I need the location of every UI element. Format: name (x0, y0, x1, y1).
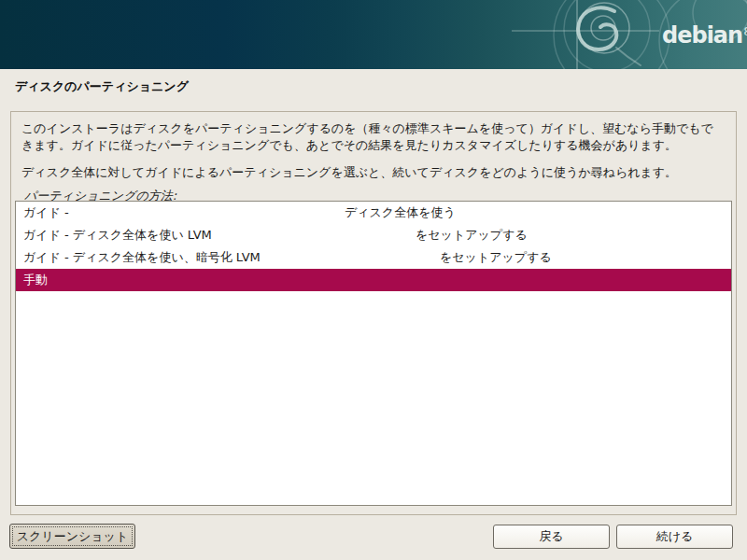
content-frame: このインストーラはディスクをパーティショニングするのを（種々の標準スキームを使っ… (10, 111, 737, 515)
debian-swirl-artwork (0, 0, 747, 69)
back-button[interactable]: 戻る (493, 525, 610, 549)
brand-version: 8 (743, 24, 747, 38)
debian-installer-window: { "banner": { "brand": "debian", "versio… (0, 0, 747, 560)
list-item-label-center: をセットアップする (212, 227, 731, 244)
screenshot-button[interactable]: スクリーンショット (9, 524, 135, 549)
list-item-label-center: をセットアップする (261, 249, 731, 266)
brand-name: debian (662, 22, 742, 49)
screenshot-button-label: スクリーンショット (17, 529, 128, 543)
intro-paragraph: このインストーラはディスクをパーティショニングするのを（種々の標準スキームを使っ… (21, 120, 726, 154)
continue-button[interactable]: 続ける (616, 525, 733, 549)
list-item-label-center: ディスク全体を使う (69, 204, 731, 221)
banner: debian8 (0, 0, 747, 69)
list-item-manual[interactable]: 手動 (16, 269, 731, 291)
list-item-label: ガイド - (23, 204, 69, 221)
list-item-guided-encrypted-lvm[interactable]: ガイド - ディスク全体を使い、暗号化 LVM をセットアップする (16, 246, 731, 269)
list-item-guided-lvm[interactable]: ガイド - ディスク全体を使い LVM をセットアップする (16, 224, 731, 246)
page-title: ディスクのパーティショニング (15, 78, 189, 95)
list-item-label: 手動 (23, 272, 48, 288)
list-item-label: ガイド - ディスク全体を使い、暗号化 LVM (23, 249, 261, 266)
list-item-guided-whole-disk[interactable]: ガイド - ディスク全体を使う (16, 202, 731, 224)
list-item-label: ガイド - ディスク全体を使い LVM (23, 227, 212, 244)
debian-logo-text: debian8 (662, 22, 747, 49)
partitioning-method-list[interactable]: ガイド - ディスク全体を使う ガイド - ディスク全体を使い LVM をセット… (15, 201, 732, 506)
guided-paragraph: ディスク全体に対してガイドによるパーティショニングを選ぶと、続いてディスクをどの… (21, 164, 726, 181)
